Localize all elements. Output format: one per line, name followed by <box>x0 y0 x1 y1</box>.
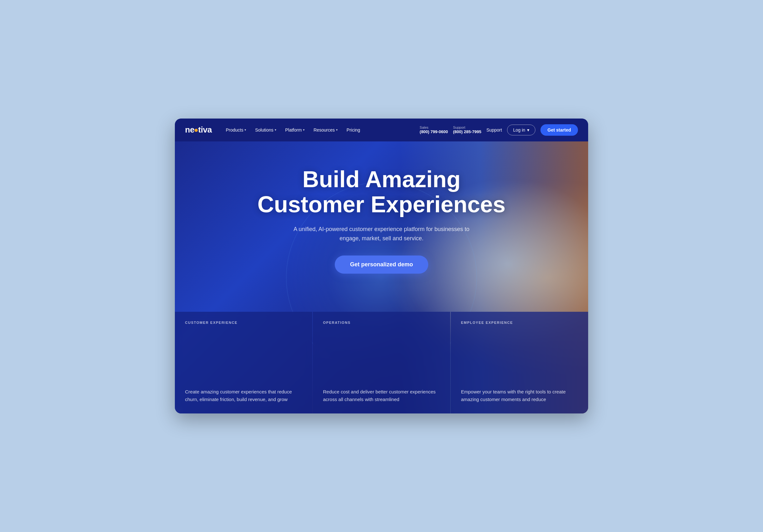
card-ops-category: OPERATIONS <box>323 321 440 324</box>
support-label: Support <box>453 126 466 129</box>
platform-chevron-icon: ▾ <box>303 128 304 132</box>
resources-chevron-icon: ▾ <box>336 128 338 132</box>
hero-subtitle: A unified, AI-powered customer experienc… <box>286 225 477 243</box>
nav-right: Sales (800) 799-0600 Support (800) 285-7… <box>420 124 578 136</box>
sales-phone-block: Sales (800) 799-0600 <box>420 126 448 134</box>
sales-phone[interactable]: (800) 799-0600 <box>420 129 448 134</box>
hero-content: Build Amazing Customer Experiences A uni… <box>175 142 588 299</box>
nav-items: Products ▾ Solutions ▾ Platform ▾ Resour… <box>222 125 417 135</box>
navbar: netiva Products ▾ Solutions ▾ Platform ▾… <box>175 119 588 142</box>
logo-dot <box>194 129 198 132</box>
products-chevron-icon: ▾ <box>245 128 246 132</box>
support-link[interactable]: Support <box>487 128 502 133</box>
feature-cards: CUSTOMER EXPERIENCE Create amazing custo… <box>175 312 588 413</box>
card-customer-experience: CUSTOMER EXPERIENCE Create amazing custo… <box>175 312 312 413</box>
card-cx-description: Create amazing customer experiences that… <box>185 388 302 403</box>
hero-title: Build Amazing Customer Experiences <box>258 167 505 217</box>
card-operations: OPERATIONS Reduce cost and deliver bette… <box>313 312 450 413</box>
webpage: netiva Products ▾ Solutions ▾ Platform ▾… <box>175 119 588 414</box>
card-employee-experience: EMPLOYEE EXPERIENCE Empower your teams w… <box>451 312 588 413</box>
card-cx-category: CUSTOMER EXPERIENCE <box>185 321 302 324</box>
card-ee-description: Empower your teams with the right tools … <box>461 388 578 403</box>
browser-window: netiva Products ▾ Solutions ▾ Platform ▾… <box>175 119 588 414</box>
card-ops-description: Reduce cost and deliver better customer … <box>323 388 440 403</box>
support-phone-block: Support (800) 285-7995 <box>453 126 481 134</box>
nav-solutions[interactable]: Solutions ▾ <box>251 125 280 135</box>
hero-cta-button[interactable]: Get personalized demo <box>335 256 428 273</box>
solutions-chevron-icon: ▾ <box>275 128 276 132</box>
nav-resources[interactable]: Resources ▾ <box>310 125 341 135</box>
get-started-button[interactable]: Get started <box>540 124 578 136</box>
sales-label: Sales <box>420 126 429 129</box>
logo-text: netiva <box>185 125 212 135</box>
support-phone[interactable]: (800) 285-7995 <box>453 129 481 134</box>
login-button[interactable]: Log in ▾ <box>507 125 535 135</box>
hero-section: Build Amazing Customer Experiences A uni… <box>175 142 588 414</box>
nav-platform[interactable]: Platform ▾ <box>281 125 308 135</box>
login-chevron-icon: ▾ <box>527 128 529 133</box>
nav-pricing[interactable]: Pricing <box>343 125 364 135</box>
card-ee-category: EMPLOYEE EXPERIENCE <box>461 321 578 324</box>
nav-products[interactable]: Products ▾ <box>222 125 250 135</box>
logo[interactable]: netiva <box>185 125 212 135</box>
